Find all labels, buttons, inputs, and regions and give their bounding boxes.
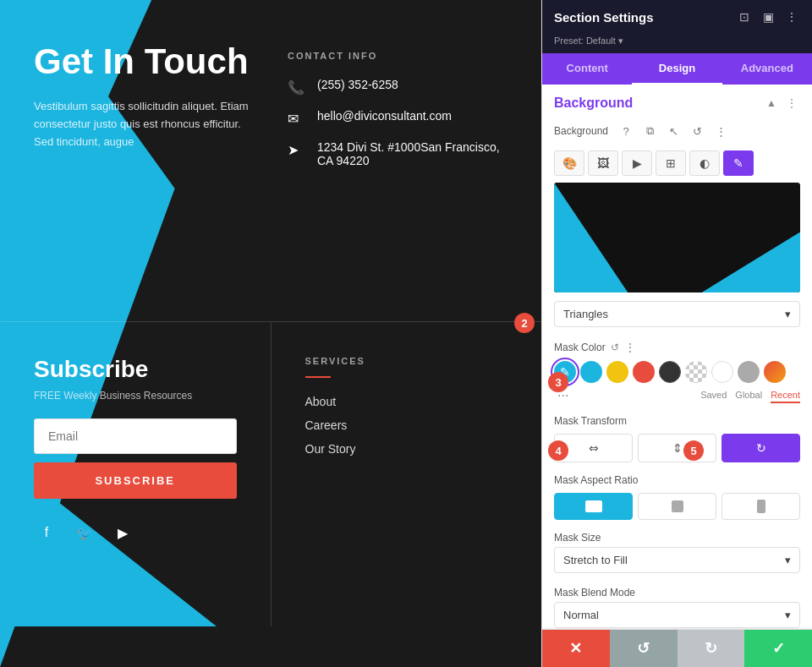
transform-flip-h[interactable]: ⇔ (554, 434, 633, 462)
swatch-blue[interactable] (580, 361, 602, 383)
transform-flip-v[interactable]: ⇕ (638, 434, 716, 462)
swatch-dark[interactable] (659, 361, 681, 383)
bg-copy-icon[interactable]: ⧉ (640, 122, 659, 140)
subscribe-description: FREE Weekly Business Resources (34, 390, 237, 402)
aspect-tall[interactable] (721, 493, 800, 520)
bg-preview (554, 183, 800, 292)
panel-header: Section Settings ⊡ ▣ ⋮ (542, 0, 812, 34)
aspect-wide[interactable] (554, 493, 633, 520)
background-label-row: Background ? ⧉ ↖ ↺ ⋮ (542, 118, 812, 147)
transform-buttons: ⇔ ⇕ ↻ (542, 430, 812, 469)
color-tab-saved[interactable]: Saved (700, 388, 727, 403)
swatch-gradient[interactable] (764, 361, 786, 383)
bg-more-icon[interactable]: ⋮ (711, 122, 730, 140)
tab-content[interactable]: Content (542, 53, 632, 85)
contact-address: ➤ 1234 Divi St. #1000San Francisco, CA 9… (288, 140, 508, 167)
transform-rotate[interactable]: ↻ (721, 434, 800, 462)
footer-undo-button[interactable]: ↺ (610, 630, 678, 667)
aspect-buttons (542, 489, 812, 527)
bg-type-color[interactable]: 🎨 (554, 150, 584, 176)
tablet-icon[interactable]: ▣ (760, 8, 776, 25)
swatch-white[interactable] (711, 361, 733, 383)
bg-cursor-icon[interactable]: ↖ (664, 122, 683, 140)
bg-type-mask[interactable]: ✎ (723, 150, 754, 176)
mask-size-label: Mask Size (542, 527, 812, 547)
bg-label-text: Background (554, 125, 608, 137)
services-label: SERVICES (305, 356, 508, 366)
service-link-careers[interactable]: Careers (305, 418, 508, 432)
facebook-icon[interactable]: f (34, 520, 59, 545)
background-section-title: Background (554, 96, 633, 111)
mask-aspect-label: Mask Aspect Ratio (542, 469, 812, 489)
section-more-icon[interactable]: ⋮ (783, 95, 800, 112)
more-options-icon[interactable]: ⋮ (783, 8, 800, 25)
mask-transform-label: Mask Transform (542, 410, 812, 430)
mask-blend-label: Mask Blend Mode (542, 582, 812, 602)
shape-dropdown[interactable]: Triangles ▾ (554, 301, 800, 327)
color-tabs-row: ··· Saved Global Recent (542, 388, 812, 410)
swatch-red[interactable] (633, 361, 655, 383)
contact-info-label: CONTACT INFO (288, 51, 508, 61)
contact-phone: 📞 (255) 352-6258 (288, 78, 508, 96)
footer-redo-button[interactable]: ↻ (678, 630, 745, 667)
mask-color-more-icon[interactable]: ⋮ (624, 341, 636, 354)
youtube-icon[interactable]: ▶ (110, 520, 135, 545)
bg-type-video[interactable]: ▶ (622, 150, 652, 176)
desktop-icon[interactable]: ⊡ (736, 8, 753, 25)
color-picker-btn[interactable]: ✎ (554, 361, 576, 383)
mask-blend-dropdown[interactable]: Normal ▾ (554, 602, 800, 628)
more-dots[interactable]: ··· (554, 388, 572, 403)
tab-design[interactable]: Design (632, 53, 721, 85)
page-description: Vestibulum sagittis sollicitudin aliquet… (34, 98, 254, 150)
bg-type-row: 🎨 🖼 ▶ ⊞ ◐ ✎ (542, 147, 812, 183)
panel-tabs: Content Design Advanced (542, 53, 812, 85)
panel-footer: ✕ ↺ ↻ ✓ (542, 629, 812, 667)
mask-color-label: Mask Color ↺ ⋮ (542, 336, 812, 358)
subscribe-button[interactable]: SUBSCRIBE (34, 462, 237, 499)
swatch-yellow[interactable] (606, 361, 628, 383)
twitter-icon[interactable]: 🐦 (72, 520, 97, 545)
mask-size-dropdown[interactable]: Stretch to Fill ▾ (554, 547, 800, 573)
mask-color-reset-icon[interactable]: ↺ (611, 342, 619, 353)
tab-advanced[interactable]: Advanced (722, 53, 812, 85)
email-input[interactable] (34, 418, 237, 454)
swatch-checkered[interactable] (685, 361, 707, 383)
footer-save-button[interactable]: ✓ (744, 630, 812, 667)
bg-help-icon[interactable]: ? (617, 122, 635, 140)
panel-title: Section Settings (554, 10, 654, 25)
swatch-gray[interactable] (738, 361, 760, 383)
footer-cancel-button[interactable]: ✕ (542, 630, 610, 667)
color-tab-global[interactable]: Global (735, 388, 762, 403)
phone-icon: 📞 (288, 79, 304, 96)
bg-reset-icon[interactable]: ↺ (688, 122, 706, 140)
contact-email: ✉ hello@diviconsultant.com (288, 109, 508, 127)
collapse-icon[interactable]: ▲ (763, 95, 780, 112)
color-swatches: ✎ (542, 358, 812, 388)
bg-type-pattern[interactable]: ⊞ (656, 150, 686, 176)
email-icon: ✉ (288, 111, 304, 127)
page-title: Get In Touch (34, 42, 254, 81)
bg-type-gradient[interactable]: ◐ (689, 150, 720, 176)
service-link-our-story[interactable]: Our Story (305, 442, 508, 456)
aspect-square[interactable] (638, 493, 716, 520)
subscribe-title: Subscribe (34, 356, 237, 383)
bg-type-image[interactable]: 🖼 (588, 150, 618, 176)
location-icon: ➤ (288, 142, 304, 158)
background-section-header: Background ▲ ⋮ (542, 85, 812, 118)
service-link-about[interactable]: About (305, 395, 508, 408)
color-tab-recent[interactable]: Recent (771, 388, 800, 403)
panel-preset[interactable]: Preset: Default ▾ (542, 34, 812, 53)
